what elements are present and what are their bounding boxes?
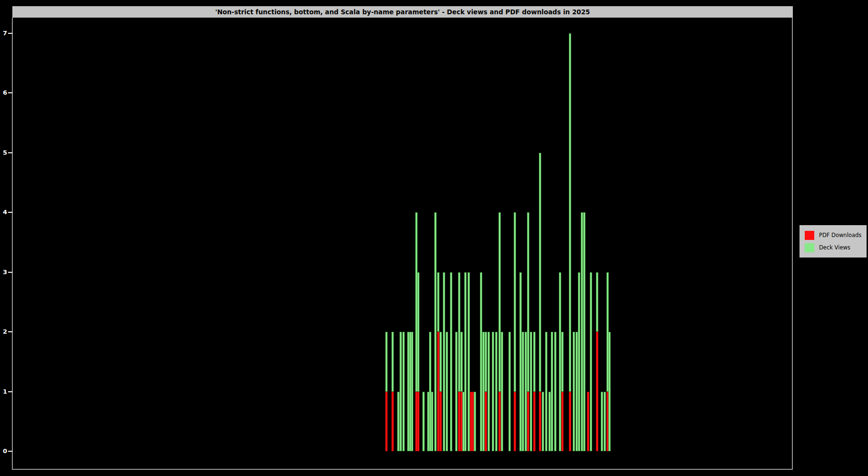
bar	[530, 0, 532, 451]
bar-views-segment	[561, 332, 564, 392]
bar	[527, 0, 529, 451]
bar-views-segment	[573, 332, 575, 451]
legend-item-pdf-downloads: PDF Downloads	[805, 231, 867, 240]
pdf-downloads-swatch	[805, 231, 814, 240]
legend-label-deck-views: Deck Views	[819, 244, 850, 251]
bar-views-segment	[554, 332, 556, 451]
y-tick	[8, 272, 12, 273]
bar-views-segment	[385, 332, 388, 392]
bar	[492, 0, 494, 451]
bar	[514, 0, 516, 451]
bar-views-segment	[542, 392, 544, 452]
bar-pdf-segment	[391, 392, 394, 452]
bar	[495, 0, 497, 451]
bar	[402, 0, 405, 451]
bar-pdf-segment	[485, 392, 487, 452]
bar	[533, 0, 536, 451]
legend-item-deck-views: Deck Views	[805, 243, 867, 252]
bar-views-segment	[501, 332, 503, 451]
bar-views-segment	[533, 332, 536, 392]
bar-views-segment	[508, 332, 511, 451]
bar	[583, 0, 585, 451]
bar	[474, 0, 476, 451]
bar-views-segment	[450, 272, 452, 452]
bar	[590, 0, 592, 451]
bar-views-segment	[439, 332, 442, 392]
y-tick	[8, 212, 12, 213]
bar	[578, 0, 580, 451]
bar	[596, 0, 598, 451]
bar-pdf-segment	[587, 392, 589, 452]
bar	[545, 0, 547, 451]
bar-views-segment	[492, 332, 494, 451]
y-tick-label: 2	[0, 328, 7, 335]
bar-pdf-segment	[596, 332, 598, 451]
bar-views-segment	[411, 332, 413, 451]
y-tick	[8, 331, 12, 332]
bar	[422, 0, 425, 451]
bar	[551, 0, 553, 451]
bar	[443, 0, 445, 451]
bar	[455, 0, 458, 451]
figure: 'Non-strict functions, bottom, and Scala…	[0, 0, 868, 476]
bar	[391, 0, 394, 451]
y-tick	[8, 92, 12, 93]
legend-label-pdf-downloads: PDF Downloads	[819, 232, 861, 238]
bar-pdf-segment	[514, 392, 516, 452]
bar-pdf-segment	[385, 392, 388, 452]
y-tick	[8, 391, 12, 392]
bar-views-segment	[514, 212, 516, 392]
bar	[608, 0, 611, 451]
bar-pdf-segment	[439, 392, 442, 452]
y-tick-label: 7	[0, 30, 7, 37]
bar-pdf-segment	[569, 392, 571, 452]
bar-views-segment	[527, 212, 529, 392]
bar-views-segment	[488, 332, 490, 451]
bar-views-segment	[391, 332, 394, 392]
bar	[464, 0, 467, 451]
y-tick	[8, 451, 12, 452]
deck-views-swatch	[805, 243, 814, 252]
bar	[501, 0, 503, 451]
bar	[561, 0, 564, 451]
bar	[450, 0, 452, 451]
bar-views-segment	[522, 332, 524, 451]
bar	[539, 0, 541, 451]
bar-views-segment	[431, 392, 433, 452]
bar	[508, 0, 511, 451]
bar	[439, 0, 442, 451]
bar-views-segment	[604, 392, 606, 452]
bar	[488, 0, 490, 451]
y-tick	[8, 152, 12, 153]
bar-views-segment	[402, 332, 405, 451]
bar-views-segment	[446, 332, 448, 451]
legend: PDF Downloads Deck Views	[800, 225, 867, 258]
bar	[417, 0, 419, 451]
bar-pdf-segment	[527, 392, 529, 452]
y-tick-label: 5	[0, 149, 7, 156]
bar-views-segment	[400, 332, 402, 451]
bar	[446, 0, 448, 451]
bar-views-segment	[590, 272, 592, 452]
bar-views-segment	[464, 272, 467, 452]
bar-views-segment	[608, 332, 611, 451]
bar-pdf-segment	[417, 392, 419, 452]
bar	[431, 0, 433, 451]
y-tick-label: 0	[0, 448, 7, 455]
bar-views-segment	[455, 332, 458, 451]
bar	[604, 0, 606, 451]
bar	[411, 0, 413, 451]
bar-pdf-segment	[561, 392, 564, 452]
bar	[485, 0, 487, 451]
bar-views-segment	[495, 332, 497, 451]
y-tick	[8, 33, 12, 34]
bar-views-segment	[545, 332, 547, 451]
y-tick-label: 3	[0, 269, 7, 276]
bar-views-segment	[569, 33, 571, 392]
bar-views-segment	[474, 392, 476, 452]
bar-views-segment	[530, 332, 532, 451]
bar-views-segment	[596, 272, 598, 332]
bar-views-segment	[443, 272, 445, 452]
y-tick-label: 4	[0, 209, 7, 216]
y-tick-label: 6	[0, 89, 7, 96]
